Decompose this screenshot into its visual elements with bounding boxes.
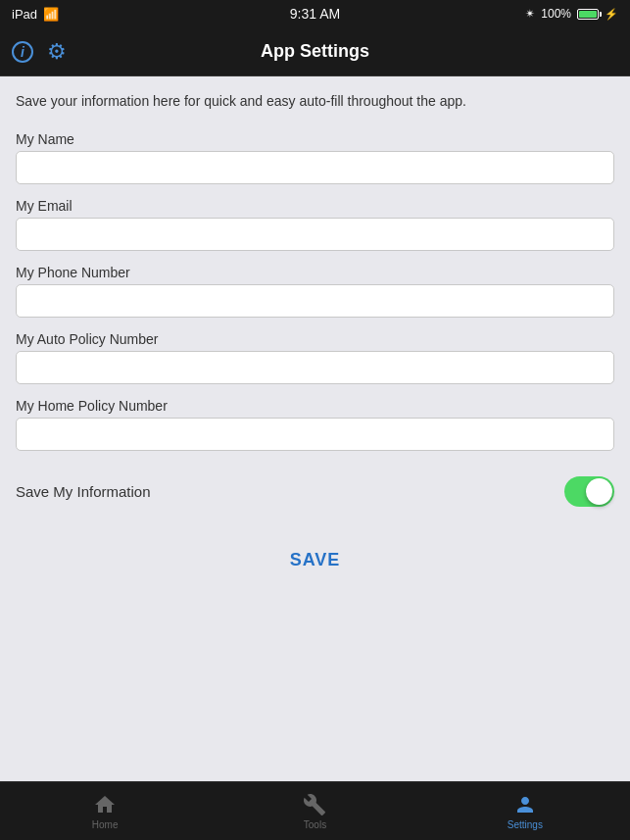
tools-icon	[303, 793, 326, 816]
auto-policy-field-group: My Auto Policy Number	[16, 331, 614, 384]
tab-bar: Home Tools Settings	[0, 781, 630, 840]
gear-icon[interactable]: ⚙	[47, 39, 67, 65]
main-content: Save your information here for quick and…	[0, 76, 630, 781]
description-text: Save your information here for quick and…	[16, 92, 614, 112]
email-label: My Email	[16, 198, 614, 214]
phone-input[interactable]	[16, 284, 614, 318]
toggle-label: Save My Information	[16, 483, 151, 500]
status-left: iPad 📶	[12, 7, 59, 22]
tab-tools[interactable]: Tools	[210, 782, 419, 840]
home-policy-label: My Home Policy Number	[16, 398, 614, 414]
status-time: 9:31 AM	[290, 6, 340, 22]
battery-percent: 100%	[541, 7, 571, 21]
phone-field-group: My Phone Number	[16, 265, 614, 318]
tab-home[interactable]: Home	[0, 782, 210, 840]
info-icon[interactable]: i	[12, 41, 33, 63]
email-input[interactable]	[16, 218, 614, 251]
tab-settings[interactable]: Settings	[420, 782, 630, 840]
charging-icon: ⚡	[605, 8, 618, 21]
bluetooth-icon: ✴	[525, 7, 535, 21]
save-button[interactable]: SAVE	[251, 542, 380, 578]
status-bar: iPad 📶 9:31 AM ✴ 100% ⚡	[0, 0, 630, 27]
battery-indicator	[577, 9, 599, 20]
tab-tools-label: Tools	[304, 819, 326, 830]
nav-bar: i ⚙ App Settings	[0, 27, 630, 76]
tab-settings-label: Settings	[508, 819, 543, 830]
settings-icon	[513, 793, 537, 816]
carrier-label: iPad	[12, 7, 37, 22]
wifi-icon: 📶	[43, 7, 59, 22]
auto-policy-label: My Auto Policy Number	[16, 331, 614, 347]
name-input[interactable]	[16, 151, 614, 184]
home-icon	[93, 793, 117, 816]
home-policy-field-group: My Home Policy Number	[16, 398, 614, 451]
nav-title: App Settings	[261, 41, 369, 62]
name-label: My Name	[16, 131, 614, 147]
save-info-toggle[interactable]	[564, 476, 614, 507]
name-field-group: My Name	[16, 131, 614, 184]
nav-left-icons: i ⚙	[12, 39, 67, 65]
form-section: My Name My Email My Phone Number My Auto…	[16, 131, 614, 578]
phone-label: My Phone Number	[16, 265, 614, 280]
status-right: ✴ 100% ⚡	[525, 7, 618, 21]
email-field-group: My Email	[16, 198, 614, 251]
save-info-toggle-row: Save My Information	[16, 465, 614, 519]
tab-home-label: Home	[92, 819, 119, 830]
auto-policy-input[interactable]	[16, 351, 614, 384]
home-policy-input[interactable]	[16, 418, 614, 451]
save-button-container: SAVE	[16, 542, 614, 578]
